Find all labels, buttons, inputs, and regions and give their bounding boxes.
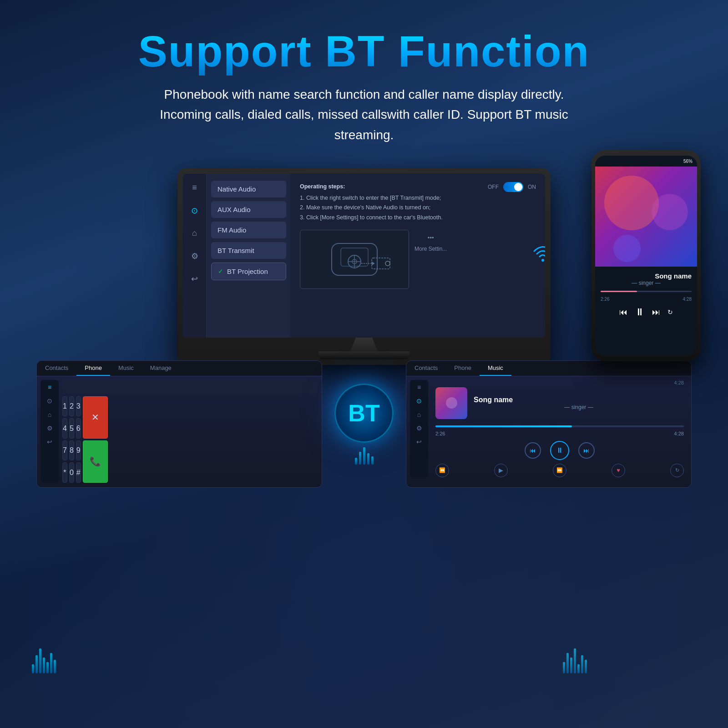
tab-phone-right[interactable]: Phone	[446, 361, 480, 376]
menu-item-aux-audio[interactable]: AUX Audio	[211, 201, 286, 218]
music-mini-back-icon[interactable]: ↩	[416, 438, 422, 445]
rewind-button[interactable]: ⏪	[435, 464, 449, 477]
time-total: 4:28	[674, 431, 684, 436]
phone-next-btn[interactable]: ⏭	[652, 308, 660, 317]
music-mini-home-icon[interactable]: ⌂	[417, 411, 421, 418]
tab-contacts-right[interactable]: Contacts	[406, 361, 446, 376]
phone-progress-fill	[601, 291, 637, 292]
key-8[interactable]: 8	[69, 440, 74, 461]
menu-item-bt-projection[interactable]: ✓ BT Projection	[211, 263, 286, 280]
eq-right-7	[585, 660, 587, 673]
key-3[interactable]: 3	[76, 396, 81, 417]
key-6[interactable]: 6	[76, 418, 81, 439]
page-subtitle: Phonebook with name search function and …	[159, 85, 569, 146]
mini-home-icon[interactable]: ⌂	[48, 411, 51, 418]
menu-item-fm-audio[interactable]: FM Audio	[211, 222, 286, 238]
sidebar-settings-icon[interactable]: ⚙	[187, 249, 202, 263]
key-star[interactable]: *	[62, 462, 67, 483]
phone-status-bar: 56%	[595, 156, 697, 167]
toggle-on-label: ON	[528, 184, 536, 190]
mini-settings-icon[interactable]: ⚙	[47, 425, 53, 432]
eq-right-3	[570, 657, 572, 673]
music-mini-settings-icon[interactable]: ⚙	[416, 425, 422, 432]
play-small-button[interactable]: ▶	[494, 464, 508, 477]
bt-toggle-switch[interactable]	[503, 182, 523, 192]
wave-bar-3	[363, 447, 365, 465]
sidebar-home-icon[interactable]: ⌂	[187, 226, 202, 241]
music-panel-body: ≡ ⊙ ⌂ ⚙ ↩ 4:28 Song name — singer —	[406, 376, 691, 481]
mini-back-icon[interactable]: ↩	[47, 438, 52, 445]
phone-time-total: 4:28	[683, 297, 692, 302]
prev-button[interactable]: ⏮	[525, 442, 541, 459]
eq-right-4	[574, 648, 576, 673]
bt-circle: BT	[334, 384, 394, 443]
menu-item-native-audio[interactable]: Native Audio	[211, 181, 286, 197]
monitor-stand	[350, 338, 378, 351]
heart-button[interactable]: ♥	[612, 464, 625, 477]
tab-manage[interactable]: Manage	[142, 361, 180, 376]
tab-phone[interactable]: Phone	[76, 361, 110, 376]
settings-column: ••• More Settin...	[415, 230, 447, 289]
phone-prev-btn[interactable]: ⏮	[619, 308, 627, 317]
sidebar-menu-icon[interactable]: ≡	[187, 181, 202, 195]
smartphone: 56% Song name — singer — 2:26 4:28	[592, 150, 701, 361]
page-title: Support BT Function	[46, 27, 682, 76]
phone-display-bar	[62, 380, 318, 394]
phone-repeat-btn[interactable]: ↻	[667, 308, 673, 316]
svg-marker-8	[372, 262, 375, 265]
next-button[interactable]: ⏭	[578, 442, 595, 459]
key-5[interactable]: 5	[69, 418, 74, 439]
toggle-knob	[514, 183, 522, 191]
tab-music-right[interactable]: Music	[480, 361, 511, 376]
key-0[interactable]: 0	[69, 462, 74, 483]
music-mini-menu-icon[interactable]: ≡	[417, 384, 421, 391]
art-circle-3	[613, 235, 641, 262]
step-1: 1. Click the right switch to enter the […	[300, 193, 536, 203]
eq-left-2	[35, 655, 38, 673]
music-progress-bar[interactable]	[435, 425, 684, 427]
eq-left-3	[39, 648, 41, 673]
music-mini-target-icon[interactable]: ⊙	[416, 397, 422, 404]
end-call-button[interactable]: ✕	[83, 396, 108, 439]
key-1[interactable]: 1	[62, 396, 67, 417]
mini-target-icon[interactable]: ⊙	[47, 397, 52, 404]
eq-right-1	[563, 662, 565, 673]
key-4[interactable]: 4	[62, 418, 67, 439]
phone-time-current: 2:26	[601, 297, 609, 302]
eq-right-6	[581, 655, 583, 673]
eq-left-6	[50, 653, 52, 673]
tab-contacts[interactable]: Contacts	[37, 361, 76, 376]
key-hash[interactable]: #	[76, 462, 81, 483]
music-info-row: Song name — singer —	[435, 387, 684, 419]
music-progress-fill	[435, 425, 572, 427]
phone-progress-bar[interactable]	[601, 291, 692, 292]
phone-screen: 56% Song name — singer — 2:26 4:28	[595, 156, 697, 356]
song-details: Song name — singer —	[474, 396, 684, 410]
call-button[interactable]: 📞	[83, 440, 108, 483]
phone-pause-btn[interactable]: ⏸	[635, 306, 645, 318]
phone-sidebar-mini: ≡ ⊙ ⌂ ⚙ ↩	[40, 380, 59, 483]
repeat-button[interactable]: ↻	[670, 464, 684, 477]
tab-music[interactable]: Music	[110, 361, 142, 376]
wave-bar-1	[355, 458, 357, 465]
mini-menu-icon[interactable]: ≡	[48, 384, 51, 391]
music-total-time: 4:28	[435, 380, 684, 385]
toggle-off-label: OFF	[488, 184, 499, 190]
singer-name: — singer —	[474, 404, 684, 410]
phone-time-row: 2:26 4:28	[601, 297, 692, 302]
music-panel-tabs: Contacts Phone Music	[406, 361, 691, 376]
key-7[interactable]: 7	[62, 440, 67, 461]
more-settings-label[interactable]: More Settin...	[415, 246, 447, 252]
pause-button[interactable]: ⏸	[550, 441, 569, 460]
key-9[interactable]: 9	[76, 440, 81, 461]
key-2[interactable]: 2	[69, 396, 74, 417]
sidebar-back-icon[interactable]: ↩	[187, 272, 202, 286]
menu-item-bt-transmit[interactable]: BT Transmit	[211, 242, 286, 259]
bt-badge: BT	[334, 384, 394, 465]
keypad-area: 1 2 3 4 5 6 7 8 9 * 0 # ✕	[62, 380, 318, 483]
eq-right-5	[577, 664, 580, 673]
art-circle-2	[652, 194, 688, 230]
fast-forward-button[interactable]: ⏩	[553, 464, 566, 477]
sidebar-target-icon[interactable]: ⊙	[187, 203, 202, 218]
music-content: 4:28 Song name — singer —	[432, 380, 688, 477]
